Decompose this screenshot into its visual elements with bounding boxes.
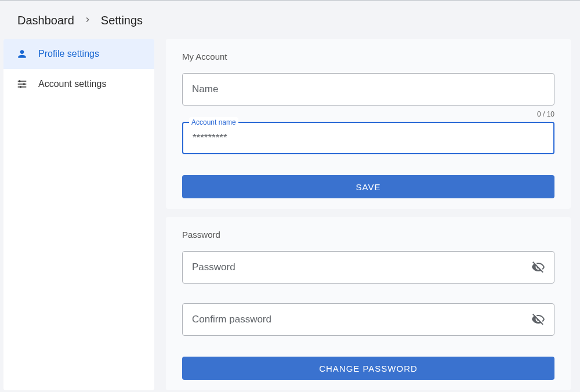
account-name-label: Account name xyxy=(189,117,238,126)
name-char-counter: 0 / 10 xyxy=(182,110,554,118)
sidebar: Profile settings Account settings xyxy=(3,39,154,390)
sidebar-item-label: Profile settings xyxy=(38,49,99,59)
svg-rect-3 xyxy=(18,84,27,85)
breadcrumb: Dashboard Settings xyxy=(0,1,580,39)
section-title-password: Password xyxy=(182,230,554,239)
password-field-wrap xyxy=(182,251,554,284)
visibility-off-icon[interactable] xyxy=(530,311,546,328)
my-account-card: My Account 0 / 10 Account name SAVE xyxy=(166,39,571,209)
password-input[interactable] xyxy=(182,251,554,284)
save-button[interactable]: SAVE xyxy=(182,175,554,198)
name-input[interactable] xyxy=(182,73,554,106)
chevron-right-icon xyxy=(84,14,92,27)
password-card: Password CHANGE PASSWORD xyxy=(166,217,571,390)
sidebar-item-label: Account settings xyxy=(38,79,106,89)
account-name-input[interactable] xyxy=(182,122,554,154)
name-field-wrap xyxy=(182,73,554,106)
confirm-password-input[interactable] xyxy=(182,303,554,336)
sidebar-item-account-settings[interactable]: Account settings xyxy=(3,69,154,99)
breadcrumb-dashboard[interactable]: Dashboard xyxy=(17,14,74,27)
account-name-field-wrap: Account name xyxy=(182,122,554,154)
sidebar-item-profile-settings[interactable]: Profile settings xyxy=(3,39,154,69)
svg-rect-5 xyxy=(18,86,27,88)
person-icon xyxy=(16,48,28,60)
confirm-password-field-wrap xyxy=(182,303,554,336)
section-title-account: My Account xyxy=(182,52,554,61)
sliders-icon xyxy=(16,78,28,90)
visibility-off-icon[interactable] xyxy=(530,259,546,275)
svg-rect-1 xyxy=(18,81,27,82)
breadcrumb-settings[interactable]: Settings xyxy=(101,14,143,27)
change-password-button[interactable]: CHANGE PASSWORD xyxy=(182,357,554,380)
